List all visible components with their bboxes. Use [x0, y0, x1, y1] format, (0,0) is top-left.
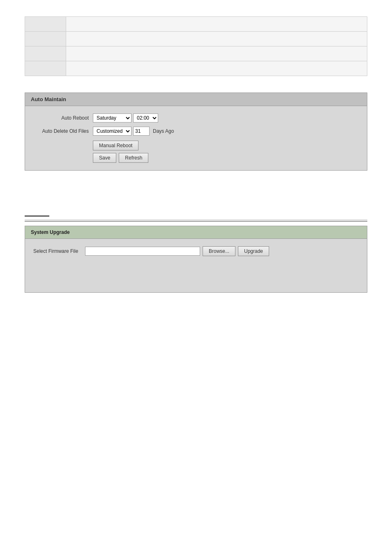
table-row — [25, 46, 367, 61]
table-row — [25, 17, 367, 32]
manual-reboot-button[interactable]: Manual Reboot — [93, 141, 138, 150]
table-cell-col2 — [66, 61, 367, 76]
top-table — [25, 16, 367, 76]
firmware-file-input[interactable] — [85, 247, 200, 256]
system-upgrade-body: Select Firmware File Browse... Upgrade — [25, 239, 367, 292]
action-buttons-area: Manual Reboot Save Refresh — [33, 141, 359, 163]
system-upgrade-header: System Upgrade — [25, 226, 367, 239]
system-upgrade-panel: System Upgrade Select Firmware File Brow… — [25, 226, 367, 293]
tab-underline-area — [25, 212, 367, 218]
system-upgrade-title: System Upgrade — [31, 229, 70, 235]
table-row — [25, 32, 367, 46]
save-button[interactable]: Save — [93, 153, 116, 163]
auto-reboot-label: Auto Reboot — [33, 115, 93, 121]
select-firmware-label: Select Firmware File — [33, 248, 83, 254]
auto-delete-mode-select[interactable]: Customized Never — [93, 127, 131, 136]
firmware-row: Select Firmware File Browse... Upgrade — [33, 246, 359, 256]
tab-underline — [25, 215, 49, 217]
table-cell-col1 — [25, 46, 66, 61]
auto-delete-days-input[interactable] — [133, 127, 150, 136]
auto-delete-row: Auto Delete Old Files Customized Never D… — [33, 127, 359, 136]
refresh-button[interactable]: Refresh — [119, 153, 148, 163]
auto-reboot-controls: Saturday Sunday Monday Tuesday Wednesday… — [93, 113, 158, 123]
auto-maintain-title: Auto Maintain — [31, 96, 66, 102]
auto-maintain-body: Auto Reboot Saturday Sunday Monday Tuesd… — [25, 106, 367, 170]
table-cell-col2 — [66, 17, 367, 32]
divider-line-1 — [25, 220, 367, 220]
table-cell-col1 — [25, 17, 66, 32]
auto-delete-controls: Customized Never Days Ago — [93, 127, 174, 136]
section-gap-1 — [25, 187, 367, 212]
days-ago-label: Days Ago — [153, 128, 174, 134]
upgrade-button[interactable]: Upgrade — [238, 246, 269, 256]
save-refresh-row: Save Refresh — [93, 153, 148, 163]
table-cell-col2 — [66, 32, 367, 46]
table-cell-col2 — [66, 46, 367, 61]
table-row — [25, 61, 367, 76]
table-cell-col1 — [25, 61, 66, 76]
auto-reboot-row: Auto Reboot Saturday Sunday Monday Tuesd… — [33, 113, 359, 123]
table-cell-col1 — [25, 32, 66, 46]
auto-maintain-panel: Auto Maintain Auto Reboot Saturday Sunda… — [25, 92, 367, 171]
divider-line-2 — [25, 221, 367, 222]
auto-reboot-time-select[interactable]: 00:00 01:00 02:00 03:00 04:00 05:00 — [133, 113, 158, 123]
auto-reboot-day-select[interactable]: Saturday Sunday Monday Tuesday Wednesday… — [93, 113, 131, 123]
auto-delete-label: Auto Delete Old Files — [33, 128, 93, 134]
auto-maintain-header: Auto Maintain — [25, 93, 367, 106]
browse-button[interactable]: Browse... — [203, 246, 235, 256]
